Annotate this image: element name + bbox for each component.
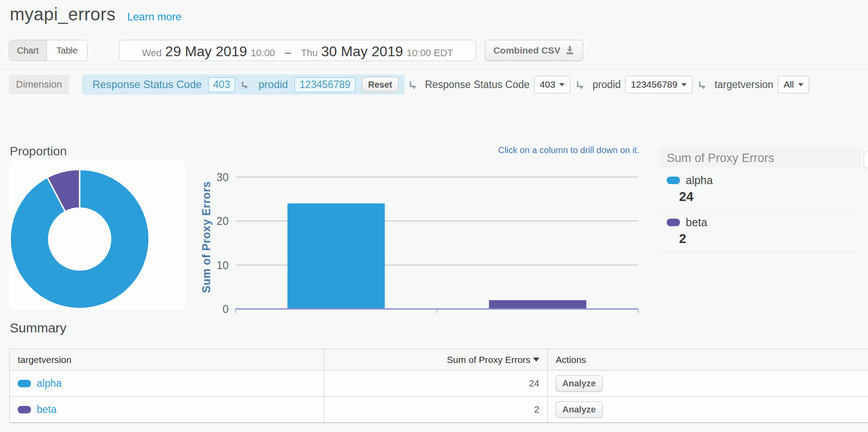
start-time: 10:00 <box>251 47 275 59</box>
chevron-down-icon <box>798 83 803 86</box>
toolbar: Chart Table Wed 29 May 2019 10:00 – Thu … <box>9 40 859 61</box>
targetversion-cell: alpha <box>10 370 324 396</box>
bar-chart-area: 0102030Sum of Proxy Errors <box>201 146 639 314</box>
alpha-swatch <box>18 380 31 387</box>
y-tick-label: 0 <box>223 303 229 314</box>
learn-more-link[interactable]: Learn more <box>127 11 181 23</box>
targetversion-cell: beta <box>10 397 324 422</box>
legend-divider <box>659 251 860 252</box>
actions-cell: Analyze <box>548 397 868 422</box>
donut-chart <box>9 160 186 310</box>
row-link-beta[interactable]: beta <box>37 404 57 416</box>
end-time: 10:00 EDT <box>407 47 453 59</box>
alpha-swatch <box>667 177 680 184</box>
drilldown-arrow-icon <box>408 80 419 91</box>
dimension-select-status-code[interactable]: 403 <box>534 76 570 93</box>
panel-edge-button[interactable] <box>864 151 868 168</box>
sum-cell: 2 <box>324 397 548 422</box>
y-tick-label: 10 <box>216 259 229 271</box>
actions-cell: Analyze <box>548 370 868 396</box>
table-row-alpha: alpha 24 Analyze <box>10 370 868 397</box>
date-separator: – <box>285 46 291 59</box>
summary-table: targetversion Sum of Proxy Errors Action… <box>9 349 868 423</box>
dimension-label: Dimension <box>9 75 69 94</box>
legend-label: alpha <box>686 174 713 187</box>
tab-table[interactable]: Table <box>46 40 87 61</box>
column-header-actions: Actions <box>548 349 868 370</box>
bar-chart[interactable]: 0102030Sum of Proxy Errors <box>201 146 639 314</box>
y-tick-label: 30 <box>216 171 229 183</box>
download-icon <box>565 46 575 55</box>
sort-desc-icon <box>533 358 539 362</box>
legend-value: 24 <box>679 189 868 204</box>
analyze-button-alpha[interactable]: Analyze <box>556 375 603 392</box>
dimension-name-status-code: Response Status Code <box>425 79 530 91</box>
bar-alpha[interactable] <box>288 204 385 309</box>
legend-item-alpha: alpha <box>667 174 868 187</box>
chevron-down-icon <box>681 83 687 86</box>
page-title: myapi_errors <box>10 4 115 24</box>
bar-beta[interactable] <box>489 300 586 309</box>
beta-swatch <box>18 406 31 413</box>
drilldown-arrow-icon <box>241 81 250 90</box>
column-header-targetversion: targetversion <box>10 349 324 370</box>
y-tick-label: 20 <box>216 215 229 227</box>
drilldown-arrow-icon <box>698 80 708 91</box>
csv-button-label: Combined CSV <box>493 45 561 56</box>
end-date: 30 May 2019 <box>321 43 403 60</box>
date-range-picker[interactable]: Wed 29 May 2019 10:00 – Thu 30 May 2019 … <box>119 40 476 61</box>
breadcrumb-filter2-value[interactable]: 123456789 <box>294 77 356 93</box>
chevron-down-icon <box>559 83 565 86</box>
selected-value: All <box>784 79 794 90</box>
proportion-donut-panel <box>9 160 186 310</box>
start-weekday: Wed <box>142 47 162 59</box>
selected-value: 123456789 <box>631 79 677 90</box>
proportion-title: Proportion <box>10 144 67 158</box>
page-header: myapi_errors Learn more <box>10 4 181 24</box>
breadcrumb-filter1-name: Response Status Code <box>92 78 202 91</box>
legend-item-beta: beta <box>667 216 868 229</box>
toolbar-divider <box>0 69 868 69</box>
dimension-bar: Dimension Response Status Code 403 prodi… <box>9 74 811 95</box>
dimension-select-targetversion[interactable]: All <box>778 76 809 93</box>
legend-label: beta <box>686 216 707 229</box>
dimension-select-prodid[interactable]: 123456789 <box>625 76 692 93</box>
combined-csv-button[interactable]: Combined CSV <box>485 40 583 61</box>
legend-title: Sum of Proxy Errors <box>659 148 861 168</box>
analyze-button-beta[interactable]: Analyze <box>556 401 603 418</box>
y-axis-label: Sum of Proxy Errors <box>201 181 212 293</box>
view-toggle: Chart Table <box>9 40 88 61</box>
analytics-dashboard: myapi_errors Learn more Chart Table Wed … <box>0 0 868 432</box>
breadcrumb-filter2-name: prodid <box>258 78 288 91</box>
breadcrumb-filter1-value[interactable]: 403 <box>208 77 235 93</box>
reset-button[interactable]: Reset <box>362 77 398 92</box>
legend-divider <box>659 209 860 210</box>
beta-swatch <box>667 219 680 226</box>
sum-cell: 24 <box>324 370 548 396</box>
filter-breadcrumb: Response Status Code 403 prodid 12345678… <box>82 74 405 95</box>
legend-value: 2 <box>679 231 868 246</box>
row-link-alpha[interactable]: alpha <box>37 378 61 390</box>
dimension-name-prodid: prodid <box>592 79 621 91</box>
legend-panel: Sum of Proxy Errors alpha 24 beta 2 <box>659 148 868 252</box>
end-weekday: Thu <box>301 47 318 59</box>
column-header-label: Sum of Proxy Errors <box>447 355 530 365</box>
dimension-name-targetversion: targetversion <box>714 79 773 91</box>
selected-value: 403 <box>540 79 555 90</box>
tab-chart[interactable]: Chart <box>9 40 46 61</box>
column-header-sum-proxy-errors[interactable]: Sum of Proxy Errors <box>324 349 548 370</box>
start-date: 29 May 2019 <box>165 43 247 60</box>
table-header-row: targetversion Sum of Proxy Errors Action… <box>10 349 868 370</box>
dimension-divider <box>0 100 868 100</box>
drilldown-hint: Click on a column to drill down on it. <box>443 145 639 155</box>
summary-title: Summary <box>10 320 66 336</box>
drilldown-arrow-icon <box>576 80 586 91</box>
table-row-beta: beta 2 Analyze <box>10 397 868 423</box>
